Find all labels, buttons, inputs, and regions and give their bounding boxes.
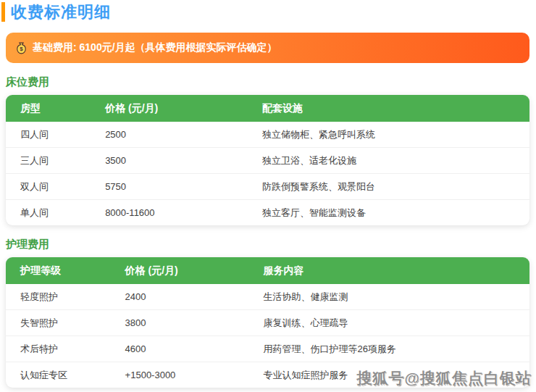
table-cell: 失智照护: [6, 310, 111, 336]
table-cell: 四人间: [6, 122, 91, 148]
svg-text:$: $: [20, 46, 23, 52]
table-header-row: 房型 价格 (元/月) 配套设施: [6, 95, 529, 122]
table-cell: 防跌倒预警系统、观景阳台: [248, 174, 529, 200]
table-row: 三人间3500独立卫浴、适老化设施: [6, 148, 529, 174]
table-cell: 8000-11600: [91, 200, 248, 226]
table-cell: 轻度照护: [6, 284, 111, 310]
table-cell: 独立卫浴、适老化设施: [248, 148, 529, 174]
page-title: 收费标准明细: [11, 2, 111, 22]
money-bag-icon: $: [15, 42, 28, 54]
table-cell: 生活协助、健康监测: [248, 284, 529, 310]
table-cell: 3800: [111, 310, 249, 336]
section-heading-nursing-fees: 护理费用: [6, 237, 536, 251]
section-heading-bed-fees: 床位费用: [6, 75, 536, 88]
column-header-price: 价格 (元/月): [111, 257, 249, 284]
table-cell: 5750: [91, 174, 248, 200]
nursing-fee-table: 护理等级 价格 (元/月) 服务内容 轻度照护2400生活协助、健康监测失智照护…: [6, 257, 529, 388]
table-row: 轻度照护2400生活协助、健康监测: [6, 284, 529, 310]
column-header-price: 价格 (元/月): [91, 95, 248, 122]
bed-fee-table: 房型 价格 (元/月) 配套设施 四人间2500独立储物柜、紧急呼叫系统三人间3…: [6, 95, 529, 225]
table-cell: 4600: [111, 336, 249, 362]
table-cell: 康复训练、心理疏导: [248, 310, 529, 336]
table-cell: 三人间: [6, 148, 91, 174]
table-cell: 独立客厅、智能监测设备: [248, 200, 529, 226]
table-cell: 独立储物柜、紧急呼叫系统: [248, 122, 529, 148]
bed-fee-table-card: 房型 价格 (元/月) 配套设施 四人间2500独立储物柜、紧急呼叫系统三人间3…: [6, 95, 529, 225]
table-cell: 2400: [111, 284, 249, 310]
table-cell: 3500: [91, 148, 248, 174]
nursing-fee-table-card: 护理等级 价格 (元/月) 服务内容 轻度照护2400生活协助、健康监测失智照护…: [6, 257, 529, 388]
page-title-row: 收费标准明细: [0, 0, 536, 22]
table-row: 认知症专区+1500-3000专业认知症照护服务: [6, 362, 529, 388]
table-cell: 用药管理、伤口护理等26项服务: [248, 336, 529, 362]
title-accent-bar: [1, 2, 5, 22]
table-row: 双人间5750防跌倒预警系统、观景阳台: [6, 174, 529, 200]
column-header-services: 服务内容: [248, 257, 529, 284]
table-cell: 双人间: [6, 174, 91, 200]
table-cell: +1500-3000: [111, 362, 249, 388]
table-cell: 2500: [91, 122, 248, 148]
table-row: 失智照护3800康复训练、心理疏导: [6, 310, 529, 336]
table-cell: 单人间: [6, 200, 91, 226]
column-header-care-level: 护理等级: [6, 257, 111, 284]
table-cell: 专业认知症照护服务: [248, 362, 529, 388]
table-cell: 术后特护: [6, 336, 111, 362]
table-row: 单人间8000-11600独立客厅、智能监测设备: [6, 200, 529, 226]
base-fee-text: 基础费用: 6100元/月起（具体费用根据实际评估确定）: [33, 41, 277, 54]
table-header-row: 护理等级 价格 (元/月) 服务内容: [6, 257, 529, 284]
table-row: 四人间2500独立储物柜、紧急呼叫系统: [6, 122, 529, 148]
base-fee-banner: $ 基础费用: 6100元/月起（具体费用根据实际评估确定）: [6, 33, 529, 63]
table-row: 术后特护4600用药管理、伤口护理等26项服务: [6, 336, 529, 362]
column-header-room-type: 房型: [6, 95, 91, 122]
table-cell: 认知症专区: [6, 362, 111, 388]
fee-detail-page: 收费标准明细 $ 基础费用: 6100元/月起（具体费用根据实际评估确定） 床位…: [0, 0, 536, 392]
column-header-facilities: 配套设施: [248, 95, 529, 122]
